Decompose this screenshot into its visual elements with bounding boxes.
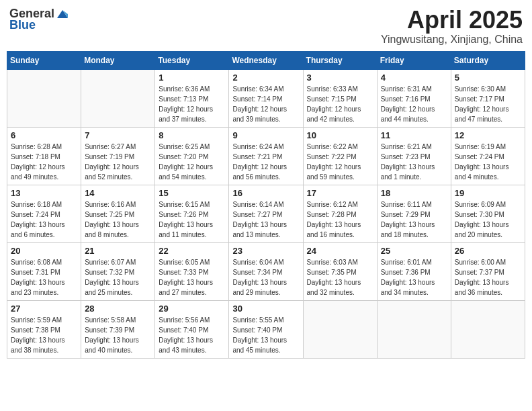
day-info-6: Sunrise: 6:28 AM Sunset: 7:18 PM Dayligh… <box>11 142 77 182</box>
calendar-cell-w3d1: 13Sunrise: 6:18 AM Sunset: 7:24 PM Dayli… <box>7 185 81 242</box>
page-header: General Blue April 2025 Yingwusitang, Xi… <box>7 7 525 46</box>
month-title: April 2025 <box>381 7 523 34</box>
day-number-28: 28 <box>85 304 151 314</box>
day-info-22: Sunrise: 6:05 AM Sunset: 7:33 PM Dayligh… <box>159 257 225 298</box>
calendar-cell-w4d5: 24Sunrise: 6:03 AM Sunset: 7:35 PM Dayli… <box>303 242 377 300</box>
calendar-cell-w1d3: 1Sunrise: 6:36 AM Sunset: 7:13 PM Daylig… <box>155 69 229 127</box>
day-number-3: 3 <box>307 73 373 83</box>
calendar-cell-w4d2: 21Sunrise: 6:07 AM Sunset: 7:32 PM Dayli… <box>81 242 155 300</box>
day-number-22: 22 <box>159 246 225 256</box>
day-number-23: 23 <box>232 246 299 256</box>
calendar-cell-w5d1: 27Sunrise: 5:59 AM Sunset: 7:38 PM Dayli… <box>7 300 81 358</box>
calendar-cell-w2d5: 10Sunrise: 6:22 AM Sunset: 7:22 PM Dayli… <box>303 127 377 185</box>
calendar-cell-w4d6: 25Sunrise: 6:01 AM Sunset: 7:36 PM Dayli… <box>377 242 451 300</box>
day-info-13: Sunrise: 6:18 AM Sunset: 7:24 PM Dayligh… <box>11 199 77 240</box>
day-info-19: Sunrise: 6:09 AM Sunset: 7:30 PM Dayligh… <box>455 199 521 240</box>
day-info-29: Sunrise: 5:56 AM Sunset: 7:40 PM Dayligh… <box>159 315 225 355</box>
day-number-18: 18 <box>381 188 447 198</box>
calendar-cell-w2d2: 7Sunrise: 6:27 AM Sunset: 7:19 PM Daylig… <box>81 127 155 185</box>
header-friday: Friday <box>377 51 451 69</box>
day-info-1: Sunrise: 6:36 AM Sunset: 7:13 PM Dayligh… <box>159 84 225 124</box>
day-info-3: Sunrise: 6:33 AM Sunset: 7:15 PM Dayligh… <box>307 84 373 124</box>
calendar-cell-w2d6: 11Sunrise: 6:21 AM Sunset: 7:23 PM Dayli… <box>377 127 451 185</box>
calendar-cell-w3d3: 15Sunrise: 6:15 AM Sunset: 7:26 PM Dayli… <box>155 185 229 242</box>
calendar-cell-w2d1: 6Sunrise: 6:28 AM Sunset: 7:18 PM Daylig… <box>7 127 81 185</box>
day-info-15: Sunrise: 6:15 AM Sunset: 7:26 PM Dayligh… <box>159 199 225 240</box>
day-number-30: 30 <box>232 304 299 314</box>
day-info-10: Sunrise: 6:22 AM Sunset: 7:22 PM Dayligh… <box>307 142 373 182</box>
calendar-cell-w2d7: 12Sunrise: 6:19 AM Sunset: 7:24 PM Dayli… <box>451 127 525 185</box>
calendar-cell-w4d1: 20Sunrise: 6:08 AM Sunset: 7:31 PM Dayli… <box>7 242 81 300</box>
day-number-14: 14 <box>85 188 151 198</box>
calendar-cell-w1d2 <box>81 69 155 127</box>
calendar-cell-w5d4: 30Sunrise: 5:55 AM Sunset: 7:40 PM Dayli… <box>229 300 303 358</box>
calendar-cell-w3d2: 14Sunrise: 6:16 AM Sunset: 7:25 PM Dayli… <box>81 185 155 242</box>
day-info-5: Sunrise: 6:30 AM Sunset: 7:17 PM Dayligh… <box>455 84 521 124</box>
header-saturday: Saturday <box>451 51 525 69</box>
calendar-week-5: 27Sunrise: 5:59 AM Sunset: 7:38 PM Dayli… <box>7 300 525 358</box>
day-number-17: 17 <box>307 188 373 198</box>
day-info-16: Sunrise: 6:14 AM Sunset: 7:27 PM Dayligh… <box>232 199 299 240</box>
day-number-5: 5 <box>455 73 521 83</box>
day-number-10: 10 <box>307 130 373 140</box>
header-monday: Monday <box>81 51 155 69</box>
day-info-20: Sunrise: 6:08 AM Sunset: 7:31 PM Dayligh… <box>11 257 77 298</box>
calendar-cell-w5d5 <box>303 300 377 358</box>
calendar-week-4: 20Sunrise: 6:08 AM Sunset: 7:31 PM Dayli… <box>7 242 525 300</box>
day-number-12: 12 <box>455 130 521 140</box>
calendar-cell-w5d2: 28Sunrise: 5:58 AM Sunset: 7:39 PM Dayli… <box>81 300 155 358</box>
calendar-cell-w4d4: 23Sunrise: 6:04 AM Sunset: 7:34 PM Dayli… <box>229 242 303 300</box>
location-title: Yingwusitang, Xinjiang, China <box>381 34 523 46</box>
calendar-cell-w1d7: 5Sunrise: 6:30 AM Sunset: 7:17 PM Daylig… <box>451 69 525 127</box>
day-number-26: 26 <box>455 246 521 256</box>
day-info-11: Sunrise: 6:21 AM Sunset: 7:23 PM Dayligh… <box>381 142 447 182</box>
day-number-15: 15 <box>159 188 225 198</box>
calendar-cell-w3d7: 19Sunrise: 6:09 AM Sunset: 7:30 PM Dayli… <box>451 185 525 242</box>
day-number-11: 11 <box>381 130 447 140</box>
calendar-cell-w2d4: 9Sunrise: 6:24 AM Sunset: 7:21 PM Daylig… <box>229 127 303 185</box>
day-info-28: Sunrise: 5:58 AM Sunset: 7:39 PM Dayligh… <box>85 315 151 355</box>
calendar-cell-w1d5: 3Sunrise: 6:33 AM Sunset: 7:15 PM Daylig… <box>303 69 377 127</box>
day-info-17: Sunrise: 6:12 AM Sunset: 7:28 PM Dayligh… <box>307 199 373 240</box>
day-info-25: Sunrise: 6:01 AM Sunset: 7:36 PM Dayligh… <box>381 257 447 298</box>
day-info-2: Sunrise: 6:34 AM Sunset: 7:14 PM Dayligh… <box>232 84 299 124</box>
day-info-18: Sunrise: 6:11 AM Sunset: 7:29 PM Dayligh… <box>381 199 447 240</box>
logo-blue-text: Blue <box>9 18 36 32</box>
day-info-8: Sunrise: 6:25 AM Sunset: 7:20 PM Dayligh… <box>159 142 225 182</box>
day-number-4: 4 <box>381 73 447 83</box>
calendar-cell-w3d6: 18Sunrise: 6:11 AM Sunset: 7:29 PM Dayli… <box>377 185 451 242</box>
day-info-23: Sunrise: 6:04 AM Sunset: 7:34 PM Dayligh… <box>232 257 299 298</box>
calendar-cell-w1d1 <box>7 69 81 127</box>
day-number-19: 19 <box>455 188 521 198</box>
calendar-header-row: Sunday Monday Tuesday Wednesday Thursday… <box>7 51 525 69</box>
calendar-cell-w1d6: 4Sunrise: 6:31 AM Sunset: 7:16 PM Daylig… <box>377 69 451 127</box>
calendar-cell-w5d3: 29Sunrise: 5:56 AM Sunset: 7:40 PM Dayli… <box>155 300 229 358</box>
header-sunday: Sunday <box>7 51 81 69</box>
calendar-cell-w4d7: 26Sunrise: 6:00 AM Sunset: 7:37 PM Dayli… <box>451 242 525 300</box>
day-info-4: Sunrise: 6:31 AM Sunset: 7:16 PM Dayligh… <box>381 84 447 124</box>
day-number-27: 27 <box>11 304 77 314</box>
day-info-7: Sunrise: 6:27 AM Sunset: 7:19 PM Dayligh… <box>85 142 151 182</box>
header-wednesday: Wednesday <box>229 51 303 69</box>
calendar-cell-w5d6 <box>377 300 451 358</box>
day-number-25: 25 <box>381 246 447 256</box>
calendar-cell-w3d4: 16Sunrise: 6:14 AM Sunset: 7:27 PM Dayli… <box>229 185 303 242</box>
calendar-cell-w4d3: 22Sunrise: 6:05 AM Sunset: 7:33 PM Dayli… <box>155 242 229 300</box>
day-number-29: 29 <box>159 304 225 314</box>
day-number-8: 8 <box>159 130 225 140</box>
header-tuesday: Tuesday <box>155 51 229 69</box>
calendar-week-2: 6Sunrise: 6:28 AM Sunset: 7:18 PM Daylig… <box>7 127 525 185</box>
calendar-table: Sunday Monday Tuesday Wednesday Thursday… <box>7 51 525 359</box>
calendar-week-1: 1Sunrise: 6:36 AM Sunset: 7:13 PM Daylig… <box>7 69 525 127</box>
day-info-12: Sunrise: 6:19 AM Sunset: 7:24 PM Dayligh… <box>455 142 521 182</box>
day-info-30: Sunrise: 5:55 AM Sunset: 7:40 PM Dayligh… <box>232 315 299 355</box>
day-number-16: 16 <box>232 188 299 198</box>
day-info-9: Sunrise: 6:24 AM Sunset: 7:21 PM Dayligh… <box>232 142 299 182</box>
header-thursday: Thursday <box>303 51 377 69</box>
day-info-26: Sunrise: 6:00 AM Sunset: 7:37 PM Dayligh… <box>455 257 521 298</box>
calendar-cell-w5d7 <box>451 300 525 358</box>
day-number-2: 2 <box>232 73 299 83</box>
day-number-7: 7 <box>85 130 151 140</box>
calendar-week-3: 13Sunrise: 6:18 AM Sunset: 7:24 PM Dayli… <box>7 185 525 242</box>
logo: General Blue <box>9 7 69 32</box>
